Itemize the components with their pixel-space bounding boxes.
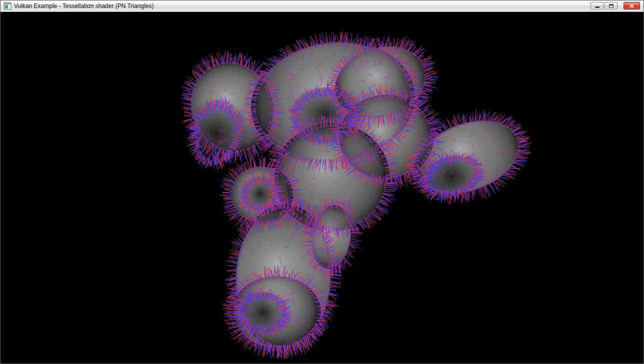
app-window: Vulkan Example - Tessellation shader (PN… (0, 0, 644, 364)
app-icon (4, 2, 12, 10)
maximize-button[interactable] (604, 2, 618, 10)
window-title: Vulkan Example - Tessellation shader (PN… (14, 0, 154, 12)
close-icon (630, 4, 634, 8)
minimize-button[interactable] (590, 2, 604, 10)
render-viewport[interactable] (0, 12, 644, 364)
window-controls (590, 2, 640, 10)
minimize-icon (595, 6, 600, 8)
title-bar[interactable]: Vulkan Example - Tessellation shader (PN… (0, 0, 644, 12)
maximize-icon (609, 4, 614, 8)
close-button[interactable] (624, 2, 640, 10)
